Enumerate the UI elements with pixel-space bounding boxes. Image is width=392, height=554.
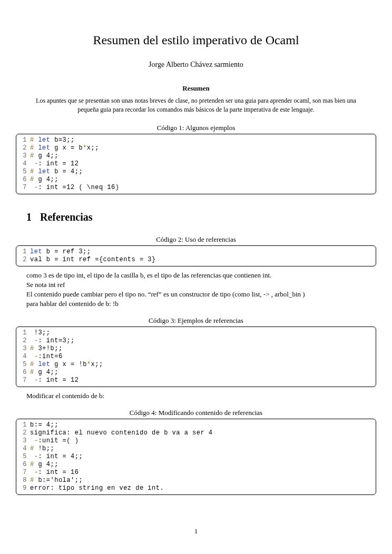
code-token — [30, 337, 34, 344]
code-token: # — [30, 144, 38, 152]
code-token: : int=3;; — [38, 337, 74, 344]
line-number: 2 — [19, 144, 27, 152]
document-title: Resumen del estilo imperativo de Ocaml — [16, 32, 376, 48]
line-number: 1 — [19, 421, 27, 429]
section-1-heading: 1Referencias — [26, 210, 376, 224]
listing-2-box: 1let b = ref 3;; 2val b = int ref ={cont… — [16, 245, 376, 266]
code-token: # — [30, 369, 38, 376]
code-token: # — [30, 345, 38, 352]
code-token: g x = !b — [54, 361, 87, 368]
code-token: :unit =( ) — [38, 437, 79, 444]
code-token: # — [30, 136, 38, 144]
line-number: 1 — [19, 248, 27, 256]
author-line: Jorge Alberto Chávez sarmiento — [16, 60, 376, 70]
code-token — [30, 453, 34, 460]
line-number: 3 — [19, 152, 27, 160]
code-token: !b;; — [38, 445, 54, 452]
code-token — [30, 437, 34, 444]
line-number: 2 — [19, 337, 27, 345]
line-number: 4 — [19, 445, 27, 453]
code-token: b = ref 3;; — [46, 248, 91, 255]
code-token: g x = b — [54, 144, 83, 152]
code-token — [30, 353, 34, 360]
code-token: significa: el nuevo contenido de b va a … — [30, 429, 213, 437]
code-token: : int = 16 — [38, 469, 79, 476]
code-token: g 4;; — [38, 369, 58, 376]
code-token: 3+!b;; — [38, 345, 62, 352]
page-number: 1 — [16, 527, 376, 536]
line-number: 4 — [19, 160, 27, 168]
code-token: let — [38, 361, 54, 368]
code-token: : int = 12 — [38, 160, 79, 167]
listing-4-code: 1b:= 4;; 2significa: el nuevo contenido … — [19, 421, 373, 492]
code-token: * — [87, 361, 91, 368]
code-token: let — [38, 144, 54, 152]
listing-2-caption: Código 2: Uso de referencias — [16, 235, 376, 244]
line-number: 5 — [19, 361, 27, 369]
code-token: let — [38, 168, 54, 175]
line-number: 6 — [19, 176, 27, 184]
paragraph-after-listing-2: como 3 es de tipo int, el tipo de la cas… — [26, 271, 366, 309]
line-number: 2 — [19, 256, 27, 264]
line-number: 8 — [19, 477, 27, 484]
section-1-number: 1 — [26, 211, 32, 223]
listing-4-box: 1b:= 4;; 2significa: el nuevo contenido … — [16, 419, 376, 495]
line-number: 3 — [19, 437, 27, 445]
code-token: error: tipo string en vez de int. — [30, 484, 164, 492]
listing-1-box: 1# let b=3;; 2# let g x = b*x;; 3# g 4;;… — [16, 134, 376, 194]
code-token — [30, 469, 34, 476]
code-token: # — [30, 176, 38, 183]
code-token: x;; — [91, 361, 103, 368]
code-token: let — [30, 248, 46, 255]
code-token: : int = 12 — [38, 377, 79, 384]
code-token: g 4;; — [38, 461, 58, 468]
line-number: 7 — [19, 377, 27, 384]
code-token: b:='hola';; — [38, 477, 83, 484]
line-number: 3 — [19, 345, 27, 353]
abstract-heading: Resumen — [16, 84, 376, 93]
line-number: 6 — [19, 369, 27, 377]
code-token: # — [30, 361, 38, 368]
line-number: 7 — [19, 469, 27, 477]
code-token: # — [30, 461, 38, 468]
listing-1-caption: Código 1: Algunos ejemplos — [16, 123, 376, 133]
code-token: !3;; — [30, 329, 51, 337]
line-number: 7 — [19, 184, 27, 192]
code-token — [30, 160, 34, 167]
code-token: # — [30, 152, 38, 160]
listing-3-code: 1 !3;; 2 -: int=3;; 3# 3+!b;; 4 -:int=6 … — [19, 329, 373, 384]
line-number: 5 — [19, 453, 27, 461]
code-token: b = 4;; — [54, 168, 83, 175]
section-1-title: Referencias — [40, 211, 93, 223]
code-token: let — [38, 136, 54, 144]
line-number: 4 — [19, 353, 27, 361]
code-token: :int=6 — [38, 353, 62, 360]
paragraph-after-listing-3: Modificar el contenido de b: — [26, 391, 366, 401]
code-token: x;; — [87, 144, 99, 152]
listing-3-box: 1 !3;; 2 -: int=3;; 3# 3+!b;; 4 -:int=6 … — [16, 327, 376, 387]
abstract-body: Los apuntes que se presentan son unas no… — [32, 96, 360, 114]
code-token — [30, 377, 34, 384]
code-token: # — [30, 477, 38, 484]
code-token: b:= 4;; — [30, 421, 58, 429]
code-token: * — [83, 144, 87, 152]
line-number: 2 — [19, 429, 27, 437]
line-number: 1 — [19, 136, 27, 144]
line-number: 1 — [19, 329, 27, 337]
code-token: g 4;; — [38, 176, 58, 183]
line-number: 5 — [19, 168, 27, 176]
code-token: # — [30, 445, 38, 452]
code-token — [30, 184, 34, 191]
line-number: 6 — [19, 461, 27, 469]
code-token: b=3;; — [54, 136, 75, 144]
code-token: # — [30, 168, 38, 175]
code-token: val b = int ref ={contents = 3} — [30, 256, 156, 263]
listing-1-code: 1# let b=3;; 2# let g x = b*x;; 3# g 4;;… — [19, 136, 373, 192]
code-token: g 4;; — [38, 152, 58, 160]
line-number: 9 — [19, 484, 27, 492]
listing-4-caption: Código 4: Modificando contenido de refer… — [16, 408, 376, 418]
code-token: : int = 4;; — [38, 453, 83, 460]
code-token: : int =12 ( \neq 16) — [38, 184, 119, 191]
listing-3-caption: Código 3: Ejemplos de referencias — [16, 316, 376, 325]
listing-2-code: 1let b = ref 3;; 2val b = int ref ={cont… — [19, 248, 373, 264]
